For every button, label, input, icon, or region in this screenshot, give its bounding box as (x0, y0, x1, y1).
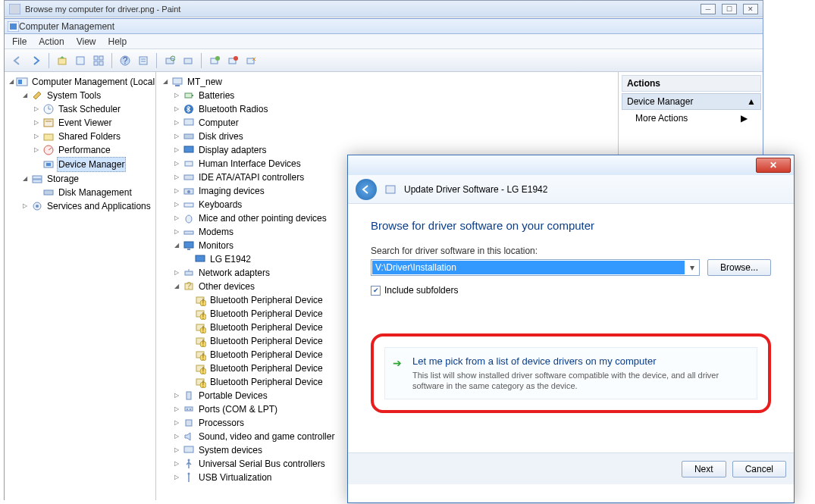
computer-icon (171, 76, 183, 88)
toolbar-properties[interactable] (72, 52, 89, 69)
svg-rect-29 (44, 134, 53, 140)
tree-shared-folders[interactable]: ▷Shared Folders (32, 130, 154, 143)
menu-action[interactable]: Action (39, 36, 64, 47)
svg-rect-3 (58, 58, 66, 64)
actions-more[interactable]: More Actions ▶ (622, 110, 761, 127)
mmc-title-text: Computer Management (19, 21, 114, 32)
close-button[interactable]: ✕ (743, 4, 758, 14)
hdd-icon (183, 130, 195, 142)
toolbar-uninstall[interactable] (224, 52, 241, 69)
browse-button[interactable]: Browse... (707, 259, 771, 276)
dev-root[interactable]: ◢MT_new (161, 75, 616, 89)
scope-tree: ◢ Computer Management (Local ◢System Too… (5, 72, 156, 500)
path-value: V:\Driver\Installation (372, 261, 685, 274)
svg-point-20 (234, 56, 238, 61)
system-icon (183, 444, 195, 456)
unknown-device-icon: ! (194, 362, 206, 374)
toolbar: ? (5, 49, 763, 72)
dialog-header: Update Driver Software - LG E1942 (348, 175, 794, 204)
search-label: Search for driver software in this locat… (371, 246, 771, 256)
svg-rect-48 (184, 175, 193, 180)
display-icon (183, 144, 195, 156)
svg-rect-36 (44, 190, 53, 195)
arrow-right-icon: ➔ (393, 357, 402, 369)
toolbar-up[interactable] (54, 52, 71, 69)
maximize-button[interactable]: ☐ (722, 4, 737, 14)
dialog-heading: Browse for driver software on your compu… (371, 219, 771, 232)
dialog-close-button[interactable]: ✕ (756, 158, 791, 173)
include-subfolders-checkbox[interactable]: ✔ (371, 286, 381, 296)
toolbar-back[interactable] (9, 52, 26, 69)
tree-storage[interactable]: ◢Storage (20, 172, 154, 186)
chevron-right-icon: ▶ (741, 113, 748, 124)
svg-text:!: ! (202, 365, 204, 374)
menu-view[interactable]: View (77, 36, 96, 47)
svg-rect-40 (175, 85, 180, 86)
back-button[interactable] (356, 179, 377, 200)
menu-file[interactable]: File (12, 36, 27, 47)
clock-icon (42, 103, 55, 115)
svg-rect-6 (99, 56, 103, 60)
svg-text:!: ! (202, 297, 204, 306)
toolbar-scan[interactable] (161, 52, 178, 69)
driver-icon (384, 183, 397, 196)
folder-shared-icon (42, 130, 55, 142)
svg-point-88 (188, 459, 190, 462)
svg-rect-86 (186, 420, 192, 426)
tree-services[interactable]: ▷Services and Applications (20, 199, 154, 213)
cancel-button[interactable]: Cancel (732, 461, 786, 477)
svg-rect-23 (18, 80, 22, 84)
tree-event-viewer[interactable]: ▷Event Viewer (32, 116, 154, 130)
svg-rect-56 (196, 255, 205, 261)
tree-device-manager[interactable]: ▷Device Manager (32, 157, 154, 172)
tree-disk-management[interactable]: ▷Disk Management (32, 186, 154, 199)
path-combobox[interactable]: V:\Driver\Installation ▾ (371, 259, 700, 276)
svg-rect-51 (184, 203, 193, 207)
network-icon (183, 267, 195, 279)
toolbar-tile[interactable] (90, 52, 107, 69)
minimize-button[interactable]: ─ (701, 4, 716, 14)
pick-description: This list will show installed driver sof… (412, 370, 749, 391)
svg-point-38 (36, 205, 39, 208)
performance-icon (42, 144, 55, 156)
svg-rect-57 (185, 271, 193, 275)
toolbar-update[interactable] (206, 52, 223, 69)
tree-task-scheduler[interactable]: ▷Task Scheduler (32, 102, 154, 116)
svg-rect-53 (184, 231, 193, 234)
svg-rect-33 (46, 163, 51, 166)
actions-subheader[interactable]: Device Manager ▲ (622, 93, 761, 110)
dev-batteries[interactable]: ▷Batteries (172, 89, 616, 102)
hid-icon (183, 158, 195, 170)
tree-performance[interactable]: ▷Performance (32, 143, 154, 157)
tree-root[interactable]: ◢ Computer Management (Local (9, 75, 154, 89)
toolbar-disable[interactable] (243, 52, 259, 69)
unknown-device-icon: ! (194, 321, 206, 333)
paint-title-text: Browse my computer for driver.png - Pain… (25, 5, 180, 14)
pick-from-list-option[interactable]: ➔ Let me pick from a list of device driv… (384, 347, 757, 399)
svg-rect-5 (94, 56, 98, 60)
event-icon (42, 117, 55, 129)
computer-management-icon (16, 76, 28, 88)
menubar: File Action View Help (5, 34, 763, 49)
svg-rect-47 (185, 161, 193, 166)
chevron-down-icon[interactable]: ▾ (685, 262, 699, 273)
svg-rect-8 (99, 61, 103, 65)
services-icon (31, 200, 43, 212)
dev-disk[interactable]: ▷Disk drives (172, 130, 616, 143)
svg-rect-14 (166, 58, 174, 64)
svg-rect-7 (94, 61, 98, 65)
toolbar-list[interactable] (135, 52, 152, 69)
disk-icon (42, 186, 55, 199)
tree-system-tools[interactable]: ◢System Tools (20, 89, 154, 102)
ide-icon (183, 171, 195, 183)
tools-icon (31, 89, 43, 102)
svg-rect-55 (187, 249, 190, 250)
toolbar-add[interactable] (180, 52, 196, 69)
toolbar-help[interactable]: ? (117, 52, 133, 69)
next-button[interactable]: Next (682, 461, 726, 477)
menu-help[interactable]: Help (108, 36, 127, 47)
toolbar-forward[interactable] (27, 52, 44, 69)
usb-icon (183, 458, 195, 470)
dev-computer[interactable]: ▷Computer (172, 116, 616, 130)
dev-bluetooth[interactable]: ▷Bluetooth Radios (172, 102, 616, 116)
